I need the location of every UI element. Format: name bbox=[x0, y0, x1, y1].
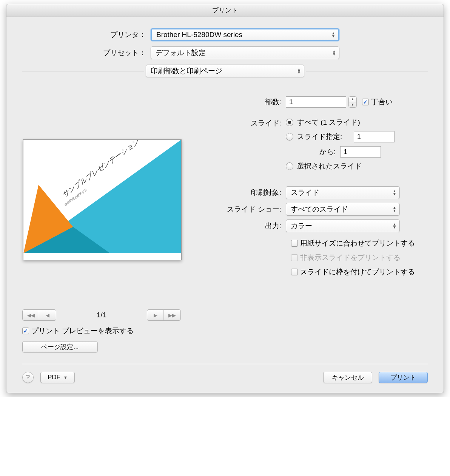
stepper-down-button[interactable]: ▼ bbox=[349, 102, 356, 108]
slides-from-label: から: bbox=[297, 147, 340, 157]
print-hidden-checkbox bbox=[291, 254, 298, 261]
slides-range-radio[interactable] bbox=[286, 133, 293, 141]
stepper-up-button[interactable]: ▲ bbox=[349, 97, 356, 102]
fit-paper-label: 用紙サイズに合わせてプリントする bbox=[300, 238, 415, 248]
pager-prev-button[interactable]: ◀ bbox=[39, 310, 56, 320]
show-preview-checkbox[interactable]: ✓ bbox=[22, 328, 29, 334]
slideshow-select[interactable]: すべてのスライド ▲▼ bbox=[286, 203, 400, 216]
copies-input[interactable] bbox=[286, 96, 346, 108]
printer-select[interactable]: Brother HL-5280DW series ▲▼ bbox=[151, 28, 339, 41]
window-title: プリント bbox=[212, 7, 238, 14]
copies-stepper[interactable]: ▲ ▼ bbox=[348, 96, 357, 108]
cancel-button[interactable]: キャンセル bbox=[323, 372, 372, 383]
chevron-updown-icon: ▲▼ bbox=[331, 50, 337, 56]
help-button[interactable]: ? bbox=[22, 372, 34, 383]
frame-slides-checkbox[interactable] bbox=[291, 269, 298, 275]
preview-thumbnail: サンプルプレゼンテーション 余白問題を解決する bbox=[23, 139, 182, 260]
chevron-updown-icon: ▲▼ bbox=[296, 68, 302, 74]
output-label: 出力: bbox=[217, 221, 286, 231]
show-preview-label: プリント プレビューを表示する bbox=[31, 326, 134, 336]
collate-checkbox[interactable]: ✓ bbox=[362, 99, 369, 105]
caret-down-icon: ▼ bbox=[63, 375, 68, 380]
pager-last-button[interactable]: ▶▶ bbox=[164, 310, 180, 320]
slides-from-input[interactable] bbox=[340, 146, 381, 158]
preset-select[interactable]: デフォルト設定 ▲▼ bbox=[151, 46, 339, 59]
chevron-updown-icon: ▲▼ bbox=[331, 32, 336, 38]
print-target-select[interactable]: スライド ▲▼ bbox=[286, 186, 400, 199]
copies-label: 部数: bbox=[217, 97, 286, 107]
slides-label: スライド: bbox=[217, 117, 286, 128]
slides-range-label: スライド指定: bbox=[297, 132, 354, 142]
collate-label: 丁合い bbox=[371, 97, 393, 107]
pager-back-group: ◀◀ ◀ bbox=[22, 309, 56, 321]
pager-forward-group: ▶ ▶▶ bbox=[147, 309, 181, 321]
frame-slides-label: スライドに枠を付けてプリントする bbox=[300, 267, 415, 277]
slides-all-radio[interactable] bbox=[286, 119, 293, 126]
section-select[interactable]: 印刷部数と印刷ページ ▲▼ bbox=[146, 65, 304, 77]
output-select[interactable]: カラー ▲▼ bbox=[286, 219, 400, 232]
printer-label: プリンタ： bbox=[22, 30, 151, 40]
print-dialog: プリント プリンタ： Brother HL-5280DW series ▲▼ プ… bbox=[6, 4, 444, 393]
page-setup-button[interactable]: ページ設定... bbox=[22, 341, 98, 352]
pdf-menu-button[interactable]: PDF ▼ bbox=[40, 372, 75, 383]
pager-first-button[interactable]: ◀◀ bbox=[23, 310, 39, 320]
pager-next-button[interactable]: ▶ bbox=[147, 310, 164, 320]
print-hidden-label: 非表示スライドをプリントする bbox=[300, 253, 401, 263]
chevron-updown-icon: ▲▼ bbox=[392, 223, 397, 229]
preset-label: プリセット： bbox=[22, 48, 151, 58]
slideshow-label: スライド ショー: bbox=[217, 204, 286, 214]
titlebar: プリント bbox=[6, 4, 444, 17]
fit-paper-checkbox[interactable] bbox=[291, 240, 298, 247]
slides-range-input[interactable] bbox=[354, 131, 395, 142]
chevron-updown-icon: ▲▼ bbox=[392, 206, 397, 212]
print-button[interactable]: プリント bbox=[379, 372, 428, 383]
slides-selected-label: 選択されたスライド bbox=[297, 161, 362, 171]
slides-selected-radio[interactable] bbox=[286, 162, 293, 170]
chevron-updown-icon: ▲▼ bbox=[392, 190, 397, 196]
print-target-label: 印刷対象: bbox=[217, 188, 286, 198]
slides-all-label: すべて (1 スライド) bbox=[297, 117, 360, 127]
pager-display: 1/1 bbox=[56, 311, 147, 319]
